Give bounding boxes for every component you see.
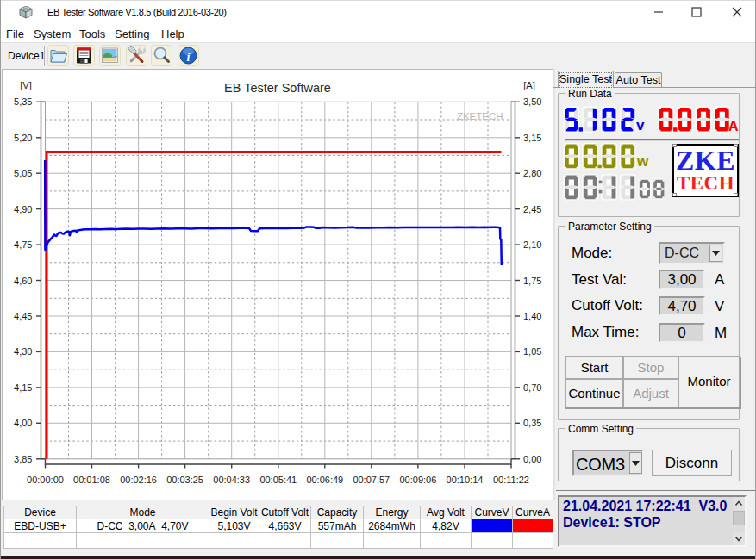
svg-text:00:00:00: 00:00:00 bbox=[27, 475, 64, 485]
svg-text:i: i bbox=[187, 51, 191, 64]
svg-text:2,80: 2,80 bbox=[523, 168, 541, 178]
svg-text:00:02:16: 00:02:16 bbox=[120, 475, 157, 485]
svg-text:2,10: 2,10 bbox=[523, 239, 541, 250]
svg-text:1,75: 1,75 bbox=[523, 276, 541, 286]
svg-text:3,15: 3,15 bbox=[523, 133, 541, 143]
svg-text:3,85: 3,85 bbox=[14, 454, 32, 464]
svg-text:4,30: 4,30 bbox=[14, 346, 32, 357]
svg-text:1,40: 1,40 bbox=[523, 311, 541, 321]
svg-text:4,45: 4,45 bbox=[14, 311, 32, 321]
svg-text:4,90: 4,90 bbox=[14, 204, 32, 214]
svg-text:[V]: [V] bbox=[20, 80, 31, 90]
svg-text:4,15: 4,15 bbox=[14, 382, 32, 393]
svg-text:00:11:22: 00:11:22 bbox=[493, 475, 529, 485]
svg-text:ZKETECH_: ZKETECH_ bbox=[457, 111, 509, 121]
svg-text:00:03:25: 00:03:25 bbox=[166, 475, 203, 485]
svg-text:0,70: 0,70 bbox=[523, 382, 541, 393]
svg-text:5,05: 5,05 bbox=[14, 168, 32, 178]
svg-text:[A]: [A] bbox=[523, 80, 534, 90]
svg-text:5,35: 5,35 bbox=[14, 96, 32, 107]
svg-text:2,45: 2,45 bbox=[523, 204, 541, 214]
svg-text:4,60: 4,60 bbox=[14, 276, 32, 286]
svg-text:3,50: 3,50 bbox=[523, 96, 541, 107]
svg-text:00:07:57: 00:07:57 bbox=[353, 475, 390, 485]
svg-text:00:05:41: 00:05:41 bbox=[259, 475, 297, 485]
svg-text:0,00: 0,00 bbox=[523, 454, 541, 464]
svg-text:00:04:33: 00:04:33 bbox=[213, 475, 250, 485]
svg-text:00:09:06: 00:09:06 bbox=[399, 475, 436, 485]
svg-text:0,35: 0,35 bbox=[523, 418, 541, 428]
svg-text:00:01:08: 00:01:08 bbox=[73, 475, 110, 485]
svg-text:5,20: 5,20 bbox=[14, 133, 32, 143]
svg-text:4,75: 4,75 bbox=[14, 239, 32, 250]
svg-text:1,05: 1,05 bbox=[523, 346, 541, 357]
svg-text:4,00: 4,00 bbox=[14, 418, 32, 428]
svg-text:EB Tester Software: EB Tester Software bbox=[224, 81, 331, 95]
svg-text:00:06:49: 00:06:49 bbox=[306, 475, 343, 485]
svg-text:00:10:14: 00:10:14 bbox=[447, 475, 484, 485]
